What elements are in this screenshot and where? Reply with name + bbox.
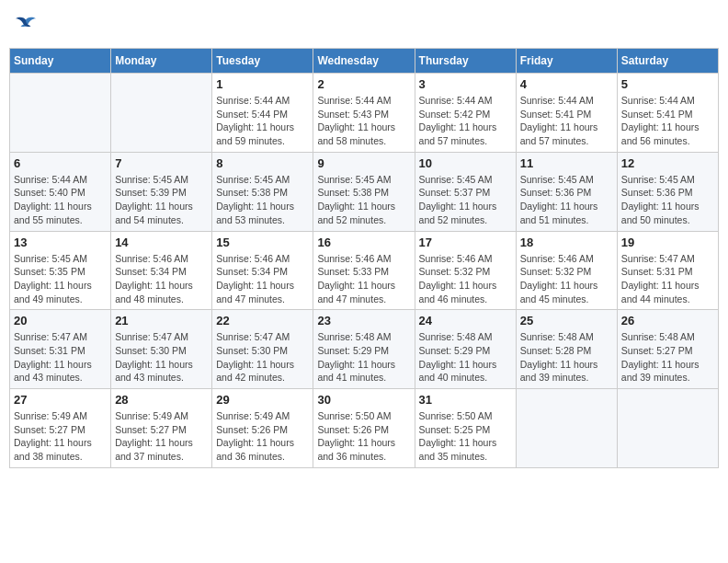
day-number: 15 — [216, 236, 309, 249]
calendar-cell: 22Sunrise: 5:47 AM Sunset: 5:30 PM Dayli… — [212, 310, 313, 389]
calendar-cell: 3Sunrise: 5:44 AM Sunset: 5:42 PM Daylig… — [415, 74, 516, 153]
day-info: Sunrise: 5:44 AM Sunset: 5:41 PM Dayligh… — [520, 94, 613, 148]
day-info: Sunrise: 5:48 AM Sunset: 5:29 PM Dayligh… — [419, 330, 512, 385]
day-number: 6 — [14, 156, 107, 170]
day-info: Sunrise: 5:47 AM Sunset: 5:31 PM Dayligh… — [14, 330, 107, 385]
calendar-header-row: SundayMondayTuesdayWednesdayThursdayFrid… — [10, 49, 719, 74]
day-number: 10 — [419, 156, 512, 170]
day-info: Sunrise: 5:47 AM Sunset: 5:30 PM Dayligh… — [115, 330, 208, 385]
calendar-cell — [516, 389, 617, 468]
day-number: 5 — [621, 77, 714, 91]
calendar-cell: 29Sunrise: 5:49 AM Sunset: 5:26 PM Dayli… — [212, 389, 313, 468]
day-header-wednesday: Wednesday — [313, 49, 415, 74]
day-number: 8 — [216, 156, 309, 170]
calendar-body: 1Sunrise: 5:44 AM Sunset: 5:44 PM Daylig… — [10, 74, 719, 468]
calendar-week-row: 27Sunrise: 5:49 AM Sunset: 5:27 PM Dayli… — [10, 389, 719, 468]
day-number: 25 — [520, 314, 613, 327]
calendar-cell: 31Sunrise: 5:50 AM Sunset: 5:25 PM Dayli… — [415, 389, 516, 468]
day-header-tuesday: Tuesday — [212, 49, 313, 74]
day-info: Sunrise: 5:48 AM Sunset: 5:28 PM Dayligh… — [520, 330, 613, 385]
calendar-cell: 15Sunrise: 5:46 AM Sunset: 5:34 PM Dayli… — [212, 231, 313, 310]
calendar-cell: 7Sunrise: 5:45 AM Sunset: 5:39 PM Daylig… — [111, 152, 212, 231]
calendar-cell: 19Sunrise: 5:47 AM Sunset: 5:31 PM Dayli… — [617, 231, 718, 310]
calendar-cell: 25Sunrise: 5:48 AM Sunset: 5:28 PM Dayli… — [516, 310, 617, 389]
calendar-cell: 16Sunrise: 5:46 AM Sunset: 5:33 PM Dayli… — [313, 231, 415, 310]
day-info: Sunrise: 5:47 AM Sunset: 5:31 PM Dayligh… — [621, 252, 714, 306]
day-info: Sunrise: 5:44 AM Sunset: 5:41 PM Dayligh… — [621, 94, 714, 148]
calendar-week-row: 6Sunrise: 5:44 AM Sunset: 5:40 PM Daylig… — [10, 152, 719, 231]
day-number: 13 — [14, 236, 107, 249]
calendar-table: SundayMondayTuesdayWednesdayThursdayFrid… — [9, 48, 719, 468]
calendar-cell: 13Sunrise: 5:45 AM Sunset: 5:35 PM Dayli… — [10, 231, 111, 310]
calendar-week-row: 1Sunrise: 5:44 AM Sunset: 5:44 PM Daylig… — [10, 74, 719, 153]
day-number: 4 — [520, 77, 613, 91]
day-number: 30 — [317, 393, 410, 407]
day-number: 31 — [419, 393, 512, 407]
day-header-monday: Monday — [111, 49, 212, 74]
day-info: Sunrise: 5:48 AM Sunset: 5:27 PM Dayligh… — [621, 330, 714, 385]
day-info: Sunrise: 5:45 AM Sunset: 5:36 PM Dayligh… — [621, 173, 714, 227]
calendar-cell: 23Sunrise: 5:48 AM Sunset: 5:29 PM Dayli… — [313, 310, 415, 389]
day-info: Sunrise: 5:48 AM Sunset: 5:29 PM Dayligh… — [317, 330, 410, 385]
calendar-cell: 12Sunrise: 5:45 AM Sunset: 5:36 PM Dayli… — [617, 152, 718, 231]
day-info: Sunrise: 5:44 AM Sunset: 5:42 PM Dayligh… — [419, 94, 512, 148]
calendar-cell: 5Sunrise: 5:44 AM Sunset: 5:41 PM Daylig… — [617, 74, 718, 153]
day-info: Sunrise: 5:44 AM Sunset: 5:44 PM Dayligh… — [216, 94, 309, 148]
day-info: Sunrise: 5:46 AM Sunset: 5:32 PM Dayligh… — [520, 252, 613, 306]
calendar-cell: 2Sunrise: 5:44 AM Sunset: 5:43 PM Daylig… — [313, 74, 415, 153]
calendar-cell: 20Sunrise: 5:47 AM Sunset: 5:31 PM Dayli… — [10, 310, 111, 389]
day-info: Sunrise: 5:45 AM Sunset: 5:39 PM Dayligh… — [115, 173, 208, 227]
day-number: 21 — [115, 314, 208, 327]
day-info: Sunrise: 5:49 AM Sunset: 5:26 PM Dayligh… — [216, 409, 309, 464]
calendar-cell: 18Sunrise: 5:46 AM Sunset: 5:32 PM Dayli… — [516, 231, 617, 310]
day-info: Sunrise: 5:44 AM Sunset: 5:40 PM Dayligh… — [14, 173, 107, 227]
day-number: 19 — [621, 236, 714, 249]
calendar-cell: 6Sunrise: 5:44 AM Sunset: 5:40 PM Daylig… — [10, 152, 111, 231]
day-info: Sunrise: 5:50 AM Sunset: 5:26 PM Dayligh… — [317, 409, 410, 464]
day-number: 16 — [317, 236, 410, 249]
day-header-saturday: Saturday — [617, 49, 718, 74]
day-number: 3 — [419, 77, 512, 91]
day-header-thursday: Thursday — [415, 49, 516, 74]
calendar-cell: 9Sunrise: 5:45 AM Sunset: 5:38 PM Daylig… — [313, 152, 415, 231]
day-number: 26 — [621, 314, 714, 327]
calendar-cell: 1Sunrise: 5:44 AM Sunset: 5:44 PM Daylig… — [212, 74, 313, 153]
day-number: 24 — [419, 314, 512, 327]
calendar-cell: 10Sunrise: 5:45 AM Sunset: 5:37 PM Dayli… — [415, 152, 516, 231]
calendar-cell — [111, 74, 212, 153]
calendar-cell: 14Sunrise: 5:46 AM Sunset: 5:34 PM Dayli… — [111, 231, 212, 310]
day-number: 12 — [621, 156, 714, 170]
calendar-cell: 11Sunrise: 5:45 AM Sunset: 5:36 PM Dayli… — [516, 152, 617, 231]
calendar-cell: 28Sunrise: 5:49 AM Sunset: 5:27 PM Dayli… — [111, 389, 212, 468]
day-number: 22 — [216, 314, 309, 327]
calendar-cell: 26Sunrise: 5:48 AM Sunset: 5:27 PM Dayli… — [617, 310, 718, 389]
calendar-cell: 17Sunrise: 5:46 AM Sunset: 5:32 PM Dayli… — [415, 231, 516, 310]
day-info: Sunrise: 5:50 AM Sunset: 5:25 PM Dayligh… — [419, 409, 512, 464]
day-number: 18 — [520, 236, 613, 249]
logo — [13, 15, 42, 35]
day-info: Sunrise: 5:45 AM Sunset: 5:38 PM Dayligh… — [317, 173, 410, 227]
logo-icon — [13, 15, 39, 35]
calendar-week-row: 13Sunrise: 5:45 AM Sunset: 5:35 PM Dayli… — [10, 231, 719, 310]
day-info: Sunrise: 5:49 AM Sunset: 5:27 PM Dayligh… — [115, 409, 208, 464]
day-number: 9 — [317, 156, 410, 170]
day-number: 20 — [14, 314, 107, 327]
calendar-header — [9, 9, 719, 40]
day-info: Sunrise: 5:46 AM Sunset: 5:33 PM Dayligh… — [317, 252, 410, 306]
calendar-cell: 30Sunrise: 5:50 AM Sunset: 5:26 PM Dayli… — [313, 389, 415, 468]
day-info: Sunrise: 5:49 AM Sunset: 5:27 PM Dayligh… — [14, 409, 107, 464]
day-info: Sunrise: 5:45 AM Sunset: 5:35 PM Dayligh… — [14, 252, 107, 306]
day-number: 29 — [216, 393, 309, 407]
day-number: 7 — [115, 156, 208, 170]
day-header-sunday: Sunday — [10, 49, 111, 74]
day-info: Sunrise: 5:45 AM Sunset: 5:37 PM Dayligh… — [419, 173, 512, 227]
calendar-cell: 21Sunrise: 5:47 AM Sunset: 5:30 PM Dayli… — [111, 310, 212, 389]
calendar-cell: 8Sunrise: 5:45 AM Sunset: 5:38 PM Daylig… — [212, 152, 313, 231]
day-info: Sunrise: 5:45 AM Sunset: 5:36 PM Dayligh… — [520, 173, 613, 227]
calendar-cell: 4Sunrise: 5:44 AM Sunset: 5:41 PM Daylig… — [516, 74, 617, 153]
day-info: Sunrise: 5:46 AM Sunset: 5:34 PM Dayligh… — [115, 252, 208, 306]
day-info: Sunrise: 5:47 AM Sunset: 5:30 PM Dayligh… — [216, 330, 309, 385]
day-info: Sunrise: 5:46 AM Sunset: 5:32 PM Dayligh… — [419, 252, 512, 306]
calendar-cell — [617, 389, 718, 468]
calendar-cell: 24Sunrise: 5:48 AM Sunset: 5:29 PM Dayli… — [415, 310, 516, 389]
